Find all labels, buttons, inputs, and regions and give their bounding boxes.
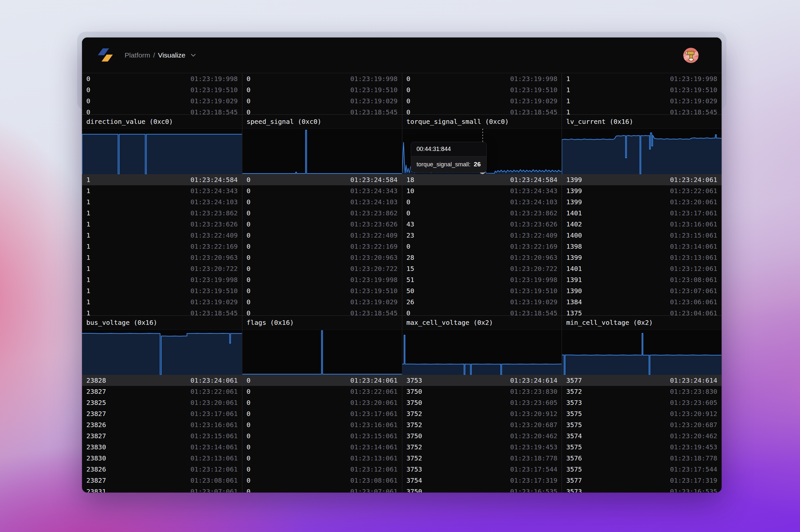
table-row[interactable]: 375201:23:20:687 bbox=[402, 419, 562, 430]
table-row[interactable]: 001:23:19:510 bbox=[242, 285, 402, 297]
table-row[interactable]: 001:23:19:029 bbox=[242, 297, 402, 307]
table-row[interactable]: 001:23:19:998 bbox=[82, 73, 242, 84]
table-row[interactable]: 101:23:23:862 bbox=[82, 208, 242, 218]
table-row[interactable]: 001:23:19:029 bbox=[402, 95, 562, 107]
table-row[interactable]: 001:23:20:722 bbox=[242, 263, 402, 274]
table-row[interactable]: 5001:23:19:510 bbox=[402, 285, 562, 297]
table-row[interactable]: 101:23:23:626 bbox=[82, 218, 242, 230]
table-row[interactable]: 357401:23:20:462 bbox=[562, 430, 722, 441]
signal-chart-direction-value[interactable] bbox=[82, 129, 242, 174]
table-row[interactable]: 375201:23:20:912 bbox=[402, 408, 562, 419]
table-row[interactable]: 139901:23:22:061 bbox=[562, 185, 722, 196]
table-row[interactable]: 001:23:20:061 bbox=[242, 397, 402, 408]
table-row[interactable]: 5101:23:19:998 bbox=[402, 274, 562, 285]
table-row[interactable]: 375001:23:20:462 bbox=[402, 430, 562, 441]
table-row[interactable]: 001:23:07:061 bbox=[242, 486, 402, 492]
table-row[interactable]: 2301:23:22:409 bbox=[402, 230, 562, 241]
table-row[interactable]: 101:23:18:545 bbox=[82, 307, 242, 315]
table-row[interactable]: 001:23:19:029 bbox=[242, 95, 402, 107]
table-row[interactable]: 001:23:19:510 bbox=[82, 84, 242, 95]
table-row[interactable]: 375001:23:23:605 bbox=[402, 397, 562, 408]
table-row[interactable]: 2801:23:20:963 bbox=[402, 252, 562, 263]
table-row[interactable]: 139901:23:20:061 bbox=[562, 196, 722, 208]
table-row[interactable]: 2383001:23:14:061 bbox=[82, 441, 242, 453]
table-row[interactable]: 1801:23:24:584 bbox=[402, 174, 562, 185]
table-row[interactable]: 001:23:23:862 bbox=[402, 208, 562, 218]
table-row[interactable]: 101:23:22:409 bbox=[82, 230, 242, 241]
table-row[interactable]: 001:23:12:061 bbox=[242, 464, 402, 475]
table-row[interactable]: 101:23:18:545 bbox=[562, 107, 722, 114]
table-row[interactable]: 001:23:18:545 bbox=[242, 307, 402, 315]
table-row[interactable]: 140001:23:15:061 bbox=[562, 230, 722, 241]
table-row[interactable]: 139801:23:14:061 bbox=[562, 241, 722, 252]
table-row[interactable]: 001:23:22:169 bbox=[402, 241, 562, 252]
breadcrumb[interactable]: Platform / Visualize bbox=[125, 51, 196, 59]
table-row[interactable]: 375001:23:16:535 bbox=[402, 486, 562, 492]
table-row[interactable]: 140201:23:16:061 bbox=[562, 218, 722, 230]
table-row[interactable]: 357501:23:19:453 bbox=[562, 441, 722, 453]
table-row[interactable]: 001:23:19:029 bbox=[82, 95, 242, 107]
table-row[interactable]: 2601:23:19:029 bbox=[402, 297, 562, 307]
table-row[interactable]: 001:23:08:061 bbox=[242, 475, 402, 486]
table-row[interactable]: 001:23:18:545 bbox=[82, 107, 242, 114]
table-row[interactable]: 001:23:23:862 bbox=[242, 208, 402, 218]
table-row[interactable]: 4301:23:23:626 bbox=[402, 218, 562, 230]
table-row[interactable]: 101:23:24:343 bbox=[82, 185, 242, 196]
table-row[interactable]: 138401:23:06:061 bbox=[562, 297, 722, 307]
table-row[interactable]: 001:23:22:409 bbox=[242, 230, 402, 241]
table-row[interactable]: 375001:23:23:830 bbox=[402, 386, 562, 397]
table-row[interactable]: 101:23:19:998 bbox=[82, 274, 242, 285]
chevron-down-icon[interactable] bbox=[191, 54, 196, 57]
signal-chart-flags[interactable] bbox=[242, 330, 402, 375]
table-row[interactable]: 001:23:24:343 bbox=[242, 185, 402, 196]
table-row[interactable]: 101:23:19:510 bbox=[82, 285, 242, 297]
table-row[interactable]: 139001:23:07:061 bbox=[562, 285, 722, 297]
table-row[interactable]: 101:23:20:722 bbox=[82, 263, 242, 274]
table-row[interactable]: 101:23:19:029 bbox=[82, 297, 242, 307]
table-row[interactable]: 357701:23:24:614 bbox=[562, 375, 722, 386]
table-row[interactable]: 001:23:18:545 bbox=[242, 107, 402, 114]
signal-chart-torque-signal-small[interactable]: 00:44:31:844 torque_signal_small: 26 bbox=[402, 129, 562, 174]
breadcrumb-page[interactable]: Visualize bbox=[158, 51, 185, 59]
table-row[interactable]: 001:23:13:061 bbox=[242, 453, 402, 464]
table-row[interactable]: 2382601:23:16:061 bbox=[82, 419, 242, 430]
table-row[interactable]: 357301:23:23:605 bbox=[562, 397, 722, 408]
table-row[interactable]: 001:23:14:061 bbox=[242, 441, 402, 453]
table-row[interactable]: 137501:23:04:061 bbox=[562, 307, 722, 315]
table-row[interactable]: 2382501:23:20:061 bbox=[82, 397, 242, 408]
table-row[interactable]: 357301:23:16:535 bbox=[562, 486, 722, 492]
table-row[interactable]: 375201:23:19:453 bbox=[402, 441, 562, 453]
breadcrumb-platform[interactable]: Platform bbox=[125, 51, 150, 59]
signal-chart-min-cell-voltage[interactable] bbox=[562, 330, 722, 375]
signal-chart-bus-voltage[interactable] bbox=[82, 330, 242, 375]
table-row[interactable]: 139901:23:24:061 bbox=[562, 174, 722, 185]
signal-chart-speed-signal[interactable] bbox=[242, 129, 402, 174]
table-row[interactable]: 1001:23:24:343 bbox=[402, 185, 562, 196]
table-row[interactable]: 101:23:19:998 bbox=[562, 73, 722, 84]
table-row[interactable]: 2382701:23:17:061 bbox=[82, 408, 242, 419]
table-row[interactable]: 357201:23:23:830 bbox=[562, 386, 722, 397]
table-row[interactable]: 101:23:19:029 bbox=[562, 95, 722, 107]
table-row[interactable]: 001:23:15:061 bbox=[242, 430, 402, 441]
table-row[interactable]: 2383001:23:13:061 bbox=[82, 453, 242, 464]
table-row[interactable]: 001:23:20:963 bbox=[242, 252, 402, 263]
platform-logo-icon[interactable] bbox=[98, 48, 113, 63]
user-avatar[interactable] bbox=[683, 48, 698, 63]
table-row[interactable]: 357501:23:20:912 bbox=[562, 408, 722, 419]
table-row[interactable]: 1501:23:20:722 bbox=[402, 263, 562, 274]
table-row[interactable]: 375401:23:17:319 bbox=[402, 475, 562, 486]
table-row[interactable]: 2383101:23:07:061 bbox=[82, 486, 242, 492]
table-row[interactable]: 101:23:20:963 bbox=[82, 252, 242, 263]
table-row[interactable]: 2382701:23:08:061 bbox=[82, 475, 242, 486]
table-row[interactable]: 001:23:24:103 bbox=[242, 196, 402, 208]
table-row[interactable]: 001:23:22:169 bbox=[242, 241, 402, 252]
table-row[interactable]: 139901:23:13:061 bbox=[562, 252, 722, 263]
table-row[interactable]: 001:23:19:510 bbox=[242, 84, 402, 95]
table-row[interactable]: 2382701:23:15:061 bbox=[82, 430, 242, 441]
table-row[interactable]: 101:23:24:584 bbox=[82, 174, 242, 185]
table-row[interactable]: 2382801:23:24:061 bbox=[82, 375, 242, 386]
table-row[interactable]: 001:23:24:103 bbox=[402, 196, 562, 208]
table-row[interactable]: 375301:23:17:544 bbox=[402, 464, 562, 475]
table-row[interactable]: 001:23:17:061 bbox=[242, 408, 402, 419]
table-row[interactable]: 001:23:19:998 bbox=[402, 73, 562, 84]
